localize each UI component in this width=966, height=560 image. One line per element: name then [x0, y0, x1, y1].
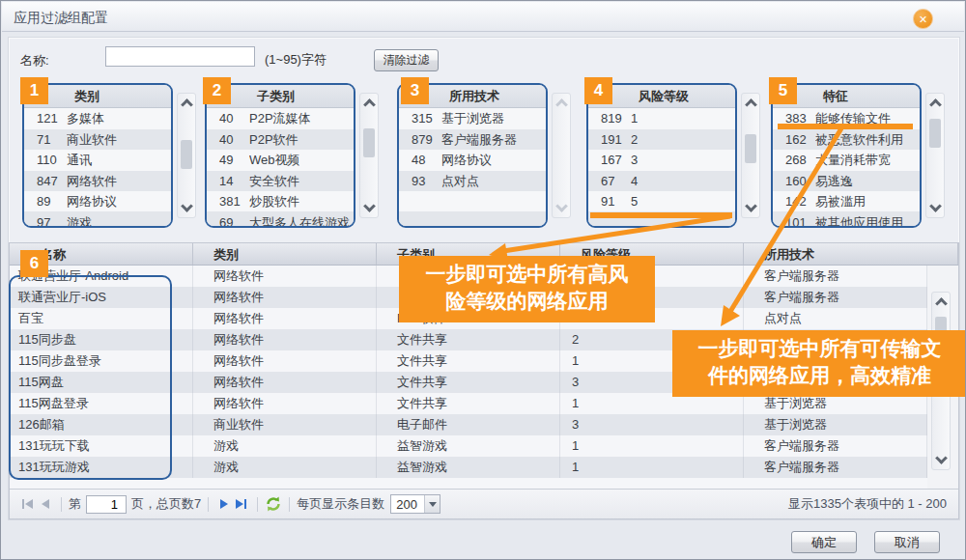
- item-label: 客户端服务器: [441, 129, 546, 151]
- table-row[interactable]: 131玩玩游戏 游戏 益智游戏 1 客户端服务器: [10, 457, 927, 478]
- scroll-down-icon[interactable]: [745, 200, 757, 212]
- list-item[interactable]: 101 被其他应用使用: [773, 212, 920, 229]
- list-item[interactable]: 121 多媒体: [24, 108, 171, 129]
- pager-prev-button[interactable]: [37, 495, 54, 513]
- divider: [289, 497, 290, 512]
- scroll-up-icon[interactable]: [745, 98, 757, 111]
- scrollbar[interactable]: [925, 93, 945, 218]
- scroll-down-icon[interactable]: [363, 200, 376, 212]
- item-count: 14: [207, 171, 249, 192]
- scroll-down-icon[interactable]: [929, 200, 942, 212]
- cell-name: 115同步盘: [10, 329, 193, 350]
- list-item[interactable]: 49 Web视频: [207, 150, 354, 171]
- item-count: 40: [207, 108, 249, 129]
- item-label: 网络协议: [441, 150, 546, 171]
- close-button[interactable]: ✕: [913, 9, 933, 29]
- refresh-button[interactable]: [265, 495, 282, 513]
- item-label: 炒股软件: [249, 191, 354, 212]
- list-item[interactable]: 40 P2P流媒体: [207, 108, 354, 129]
- item-label: P2P软件: [249, 129, 354, 151]
- chevron-down-icon: [424, 495, 440, 513]
- cell-category: 网络软件: [193, 287, 377, 308]
- step-badge-5: 5: [769, 77, 797, 104]
- listbox-subcategory: 子类别 40 P2P流媒体 40 P2P软件 49 Web视频: [205, 83, 355, 228]
- name-input[interactable]: [105, 46, 255, 67]
- item-label: 1: [631, 108, 735, 129]
- list-item[interactable]: 268 大量消耗带宽: [773, 150, 920, 171]
- list-item[interactable]: 69 大型多人在线游戏: [207, 212, 354, 229]
- list-item[interactable]: 71 商业软件: [24, 129, 171, 151]
- scrollbar-thumb[interactable]: [745, 134, 756, 163]
- list-item[interactable]: 91 5: [588, 191, 735, 212]
- scroll-down-icon[interactable]: [935, 452, 948, 464]
- listbox-category: 类别 121 多媒体 71 商业软件 110 通讯 847: [22, 83, 173, 228]
- list-item[interactable]: 14 安全软件: [207, 171, 354, 192]
- cell-name: 百宝: [10, 308, 193, 329]
- listbox-technology: 所用技术 315 基于浏览器 879 客户端服务器 48 网络协议: [397, 83, 548, 228]
- cell-subcategory: 文件共享: [377, 329, 560, 350]
- list-item[interactable]: 160 易逃逸: [773, 171, 920, 192]
- scrollbar[interactable]: [741, 93, 760, 218]
- list-item[interactable]: 879 客户端服务器: [399, 129, 546, 151]
- list-item[interactable]: 847 网络软件: [24, 171, 171, 192]
- last-page-icon: [235, 498, 248, 510]
- scroll-up-icon[interactable]: [935, 297, 948, 310]
- scroll-up-icon[interactable]: [363, 98, 376, 111]
- item-label: 通讯: [67, 150, 171, 171]
- list-item[interactable]: 383 能够传输文件: [773, 108, 920, 129]
- scroll-up-icon[interactable]: [929, 98, 942, 111]
- scrollbar-thumb[interactable]: [363, 128, 375, 157]
- item-label: 点对点: [441, 171, 546, 192]
- table-row[interactable]: 131玩玩下载 游戏 益智游戏 1 客户端服务器: [10, 435, 927, 457]
- list-item[interactable]: 40 P2P软件: [207, 129, 354, 151]
- cancel-button[interactable]: 取消: [874, 531, 940, 553]
- list-item[interactable]: 191 2: [588, 129, 735, 151]
- item-label: 2: [631, 129, 735, 151]
- item-count: 48: [399, 150, 441, 171]
- close-icon: ✕: [919, 14, 927, 25]
- list-item[interactable]: 110 通讯: [24, 150, 171, 171]
- clear-filter-button[interactable]: 清除过滤: [374, 49, 439, 71]
- list-item[interactable]: 167 3: [588, 150, 735, 171]
- scrollbar-thumb[interactable]: [181, 140, 192, 169]
- item-label: 易被滥用: [815, 191, 920, 212]
- item-count: 383: [773, 108, 815, 129]
- page-input[interactable]: [86, 495, 127, 514]
- list-item[interactable]: 819 1: [588, 108, 735, 129]
- list-item[interactable]: 48 网络协议: [399, 150, 546, 171]
- header-cell-category: 类别: [193, 243, 377, 265]
- prev-page-icon: [40, 498, 51, 510]
- item-count: 110: [24, 150, 67, 171]
- note-feature: 一步即可选中所有可传输文 件的网络应用，高效精准: [672, 330, 966, 397]
- item-label: 能够传输文件: [815, 108, 920, 129]
- scrollbar[interactable]: [177, 93, 196, 218]
- cell-subcategory: 益智游戏: [377, 457, 560, 478]
- list-item[interactable]: 97 游戏: [24, 212, 171, 229]
- item-label: 基于浏览器: [441, 108, 546, 129]
- table-row[interactable]: 126邮箱 商业软件 电子邮件 3 基于浏览器: [10, 414, 927, 435]
- list-item[interactable]: 89 网络协议: [24, 191, 171, 212]
- scroll-down-icon[interactable]: [181, 200, 193, 212]
- list-item[interactable]: 381 炒股软件: [207, 191, 354, 212]
- scrollbar[interactable]: [359, 93, 379, 218]
- pager-last-button[interactable]: [233, 495, 250, 513]
- list-item[interactable]: 67 4: [588, 171, 735, 192]
- pager-next-button[interactable]: [215, 495, 233, 513]
- item-count: 91: [588, 191, 631, 212]
- page-total-label: 页，总页数7: [131, 495, 201, 513]
- ok-button[interactable]: 确定: [791, 531, 857, 553]
- note-line: 件的网络应用，高效精准: [672, 362, 966, 389]
- item-count: 93: [399, 171, 441, 192]
- list-rows: 121 多媒体 71 商业软件 110 通讯 847 网络软件: [24, 108, 171, 226]
- page-prefix-label: 第: [69, 495, 81, 513]
- list-item[interactable]: 315 基于浏览器: [399, 108, 546, 129]
- list-item[interactable]: 93 点对点: [399, 171, 546, 192]
- list-item[interactable]: 142 易被滥用: [773, 191, 920, 212]
- item-count: 67: [588, 171, 631, 192]
- scrollbar-thumb[interactable]: [929, 119, 941, 148]
- pager-first-button[interactable]: [19, 495, 37, 513]
- per-page-select[interactable]: 200: [390, 494, 440, 514]
- scroll-up-icon[interactable]: [181, 98, 193, 111]
- pager-bar: 第 页，总页数7 每页显示条目数 200: [10, 489, 958, 518]
- list-item[interactable]: 162 被恶意软件利用: [773, 129, 920, 151]
